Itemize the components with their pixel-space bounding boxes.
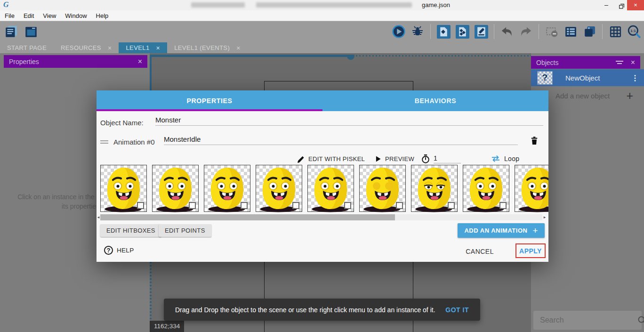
animation-frame[interactable]: [100, 165, 147, 212]
preview-play-icon[interactable]: [391, 24, 406, 39]
tab-label: RESOURCES: [61, 44, 101, 51]
svg-text:1:1: 1:1: [630, 29, 636, 33]
frame-checkbox[interactable]: [344, 202, 351, 209]
minimize-button[interactable]: –: [599, 0, 614, 10]
editor-tab-bar: START PAGE RESOURCES × LEVEL1 × LEVEL1 (…: [0, 42, 644, 53]
animation-frame[interactable]: [256, 165, 302, 212]
animation-frames-strip: [100, 165, 548, 213]
delete-animation-button[interactable]: [528, 134, 540, 146]
frames-scrollbar-thumb[interactable]: [100, 214, 395, 220]
gdevelop-logo-icon: G: [3, 0, 9, 9]
frames-scrollbar-track[interactable]: [100, 214, 542, 220]
edit-points-button[interactable]: EDIT POINTS: [159, 224, 211, 237]
tab-close-icon[interactable]: ×: [156, 44, 161, 52]
animation-frame[interactable]: [307, 165, 354, 212]
search-icon: [637, 316, 644, 325]
frame-checkbox[interactable]: [448, 202, 455, 209]
gdevelop-window: G game.json – × File Edit View Window He…: [0, 0, 644, 332]
grid-icon[interactable]: [608, 24, 623, 39]
close-icon[interactable]: ×: [631, 58, 640, 67]
object-groups-icon[interactable]: [455, 24, 470, 39]
object-list-item-selected[interactable]: ? NewObject ⋮: [531, 69, 644, 86]
cancel-button[interactable]: CANCEL: [466, 248, 494, 255]
frame-checkbox[interactable]: [499, 202, 507, 209]
redacted-title-text: [256, 2, 412, 8]
frame-checkbox[interactable]: [137, 202, 144, 209]
add-object-icon[interactable]: [436, 24, 451, 39]
layers-icon[interactable]: [582, 24, 597, 39]
tab-label: LEVEL1: [126, 44, 149, 51]
animation-frame[interactable]: [359, 165, 406, 212]
tab-label: START PAGE: [7, 44, 47, 51]
tab-level1[interactable]: LEVEL1 ×: [119, 42, 167, 53]
canvas-horizontal-scroll-indicator[interactable]: [150, 55, 349, 57]
redacted-title-text: [191, 2, 245, 8]
time-between-frames-input[interactable]: [434, 154, 461, 163]
search-input[interactable]: [540, 316, 637, 324]
tab-level1-events[interactable]: LEVEL1 (EVENTS) ×: [167, 42, 248, 53]
drag-handle-icon[interactable]: [100, 140, 108, 145]
plus-icon: +: [532, 226, 538, 236]
preview-animation-button[interactable]: PREVIEW: [375, 153, 414, 164]
undo-icon[interactable]: [499, 24, 515, 39]
loop-toggle[interactable]: Loop: [491, 153, 519, 164]
animation-name-input[interactable]: [164, 134, 518, 145]
canvas-horizontal-scroll-dots: [356, 55, 531, 57]
tab-close-icon[interactable]: ×: [236, 44, 241, 52]
close-icon[interactable]: ×: [138, 57, 147, 66]
start-page-icon[interactable]: [24, 24, 39, 39]
scroll-left-arrow-icon[interactable]: ◂: [97, 214, 100, 220]
toolbar-separator: [539, 24, 539, 39]
apply-button[interactable]: APPLY: [519, 247, 542, 255]
edit-with-piskel-label: EDIT WITH PISKEL: [308, 155, 365, 162]
scroll-right-arrow-icon[interactable]: ▸: [543, 214, 547, 220]
add-object-label: Add a new object: [555, 92, 626, 100]
redo-icon[interactable]: [518, 24, 533, 39]
debug-icon[interactable]: [410, 24, 425, 39]
tab-behaviors[interactable]: BEHAVIORS: [322, 90, 548, 111]
object-thumbnail: ?: [537, 71, 553, 85]
menu-window[interactable]: Window: [64, 12, 92, 19]
animation-frame[interactable]: [204, 165, 250, 212]
toolbar-separator: [430, 24, 431, 39]
frame-checkbox[interactable]: [189, 202, 196, 209]
menu-file[interactable]: File: [4, 12, 20, 19]
frame-checkbox[interactable]: [396, 202, 403, 209]
menu-edit[interactable]: Edit: [23, 12, 39, 19]
got-it-button[interactable]: GOT IT: [445, 306, 469, 314]
close-button[interactable]: ×: [627, 0, 644, 10]
edit-with-piskel-button[interactable]: EDIT WITH PISKEL: [297, 153, 365, 164]
tab-resources[interactable]: RESOURCES ×: [54, 42, 119, 53]
frame-checkbox[interactable]: [292, 202, 299, 209]
active-tab-indicator: [97, 109, 322, 111]
time-between-frames-field: [421, 153, 461, 164]
project-manager-icon[interactable]: [4, 24, 19, 39]
animation-frame[interactable]: [411, 165, 458, 212]
animation-frame[interactable]: [515, 165, 548, 212]
zoom-1-1-icon[interactable]: 1:1: [627, 24, 642, 39]
menu-view[interactable]: View: [42, 12, 61, 19]
delete-instances-icon[interactable]: [544, 24, 559, 39]
help-button[interactable]: ? HELP: [104, 246, 134, 255]
preview-label: PREVIEW: [385, 155, 414, 162]
instances-list-icon[interactable]: [563, 24, 578, 39]
object-name-input[interactable]: [155, 115, 543, 126]
kebab-menu-icon[interactable]: ⋮: [631, 73, 639, 82]
loop-label: Loop: [504, 155, 519, 162]
menu-help[interactable]: Help: [95, 12, 114, 19]
filter-icon[interactable]: [616, 61, 623, 64]
tab-close-icon[interactable]: ×: [108, 44, 112, 52]
animation-frame[interactable]: [152, 165, 199, 212]
canvas-horizontal-scroll-thumb[interactable]: [347, 55, 354, 60]
add-animation-button[interactable]: ADD AN ANIMATION +: [458, 223, 545, 238]
toolbar-separator: [602, 24, 603, 39]
edit-hitboxes-button[interactable]: EDIT HITBOXES: [100, 224, 161, 237]
tab-start-page[interactable]: START PAGE: [0, 42, 54, 53]
tab-properties[interactable]: PROPERTIES: [97, 90, 322, 111]
scene-variables-icon[interactable]: [474, 24, 489, 39]
title-bar: G game.json – ×: [0, 0, 644, 10]
frame-checkbox[interactable]: [241, 202, 248, 209]
animation-frame[interactable]: [463, 165, 509, 212]
objects-panel-header: Objects ×: [531, 56, 640, 69]
plus-icon[interactable]: +: [626, 89, 633, 103]
